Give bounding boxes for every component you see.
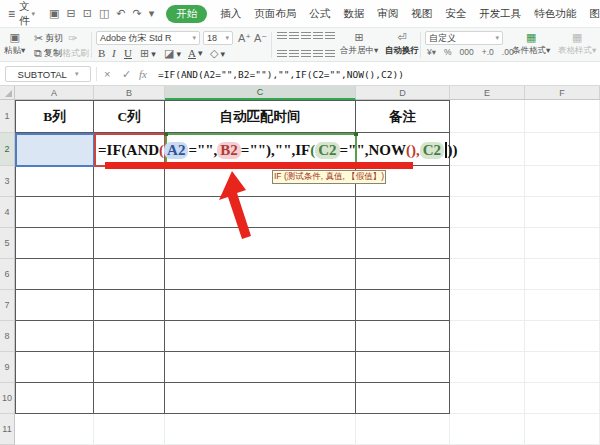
number-format-select[interactable]: 自定义 ▾ (425, 31, 503, 45)
cell-F10[interactable] (525, 383, 600, 414)
cell-F7[interactable] (525, 290, 600, 321)
cell-E4[interactable] (450, 197, 525, 228)
increase-font-size-button[interactable]: A⁺ (238, 32, 251, 45)
cell-F9[interactable] (525, 352, 600, 383)
cell-E8[interactable] (450, 321, 525, 352)
row-header-4[interactable]: 4 (0, 197, 15, 228)
cell-E11[interactable] (450, 414, 525, 445)
cut-button[interactable]: ✂ 剪切 (34, 32, 63, 45)
cell-B6[interactable] (94, 259, 165, 290)
save-icon[interactable]: ▣ (49, 7, 59, 20)
align-middle-icon[interactable] (289, 32, 299, 40)
percent-icon[interactable]: % (444, 47, 452, 57)
align-left-icon[interactable] (277, 50, 287, 58)
file-caret-icon[interactable]: ▾ (32, 10, 36, 18)
cell-B5[interactable] (94, 228, 165, 259)
row-header-11[interactable]: 11 (0, 414, 15, 445)
cell-A10[interactable] (15, 383, 94, 414)
tab-开始[interactable]: 开始 (166, 5, 207, 23)
cell-F1[interactable] (525, 100, 600, 133)
tab-图片工具[interactable]: 图片工具 (589, 7, 600, 21)
font-size-select[interactable]: 18 ▾ (203, 31, 233, 45)
borders-button[interactable]: ⊞ ▾ (140, 47, 156, 60)
cell-C11[interactable] (165, 414, 356, 445)
cell-A7[interactable] (15, 290, 94, 321)
cell-E5[interactable] (450, 228, 525, 259)
cell-E3[interactable] (450, 166, 525, 197)
tab-特色功能[interactable]: 特色功能 (534, 7, 576, 21)
column-header-C[interactable]: C (165, 86, 356, 100)
cell-B9[interactable] (94, 352, 165, 383)
file-menu[interactable]: 文件 (19, 0, 30, 28)
align-right-icon[interactable] (301, 50, 311, 58)
cancel-entry-icon[interactable]: × (104, 62, 110, 86)
column-header-F[interactable]: F (525, 86, 600, 100)
cell-E2[interactable] (450, 133, 525, 166)
cell-F5[interactable] (525, 228, 600, 259)
cell-E10[interactable] (450, 383, 525, 414)
print-preview-icon[interactable]: ◫ (99, 7, 109, 20)
tab-插入[interactable]: 插入 (220, 7, 241, 21)
cell-D7[interactable] (356, 290, 450, 321)
cell-C4[interactable] (165, 197, 356, 228)
distribute-icon[interactable] (325, 50, 335, 58)
align-bottom-icon[interactable] (301, 32, 311, 40)
cell-F2[interactable] (525, 133, 600, 166)
undo-icon[interactable]: ↶ (116, 7, 125, 20)
cell-B8[interactable] (94, 321, 165, 352)
cell-A9[interactable] (15, 352, 94, 383)
row-header-5[interactable]: 5 (0, 228, 15, 259)
cell-D5[interactable] (356, 228, 450, 259)
cell-D1[interactable]: 备注 (356, 100, 450, 133)
column-header-D[interactable]: D (356, 86, 450, 100)
wrap-text-button[interactable]: ⏎ 自动换行 (385, 31, 419, 57)
cell-B11[interactable] (94, 414, 165, 445)
print-icon[interactable]: ⊡ (83, 7, 92, 20)
paste-button[interactable]: ▣ 粘贴▾ (4, 31, 25, 57)
align-center-icon[interactable] (289, 50, 299, 58)
tab-数据[interactable]: 数据 (343, 7, 364, 21)
cell-D8[interactable] (356, 321, 450, 352)
cell-A4[interactable] (15, 197, 94, 228)
name-box[interactable]: SUBTOTAL ▾ (5, 66, 91, 82)
cell-F3[interactable] (525, 166, 600, 197)
column-header-A[interactable]: A (15, 86, 94, 100)
cell-E6[interactable] (450, 259, 525, 290)
in-cell-formula-editor[interactable]: =IF(AND(A2="", B2=""),"",IF(C2="",NOW(),… (98, 137, 458, 163)
column-header-B[interactable]: B (94, 86, 165, 100)
formula-input[interactable]: =IF(AND(A2="",B2=""),"",IF(C2="",NOW(),C… (158, 62, 404, 86)
underline-button[interactable]: U (124, 47, 132, 59)
font-color-button[interactable]: A ▾ (188, 47, 202, 59)
cell-D9[interactable] (356, 352, 450, 383)
tab-审阅[interactable]: 审阅 (377, 7, 398, 21)
cell-A5[interactable] (15, 228, 94, 259)
more-icon[interactable]: ▾ (149, 7, 155, 20)
tab-视图[interactable]: 视图 (411, 7, 432, 21)
cell-C1[interactable]: 自动匹配时间 (165, 100, 356, 133)
cell-B4[interactable] (94, 197, 165, 228)
cell-F8[interactable] (525, 321, 600, 352)
row-header-8[interactable]: 8 (0, 321, 15, 352)
cell-D10[interactable] (356, 383, 450, 414)
thousands-separator-icon[interactable]: 000 (460, 47, 474, 57)
accept-entry-icon[interactable]: ✓ (122, 62, 131, 86)
cell-E7[interactable] (450, 290, 525, 321)
tab-页面布局[interactable]: 页面布局 (254, 7, 296, 21)
row-header-10[interactable]: 10 (0, 383, 15, 414)
hamburger-icon[interactable]: ≡ (8, 7, 15, 21)
italic-button[interactable]: I (112, 47, 116, 59)
row-header-7[interactable]: 7 (0, 290, 15, 321)
insert-function-icon[interactable]: fx (139, 62, 147, 86)
cell-A1[interactable]: B列 (15, 100, 94, 133)
cell-C9[interactable] (165, 352, 356, 383)
cell-B1[interactable]: C列 (94, 100, 165, 133)
align-top-icon[interactable] (277, 32, 287, 40)
cell-F11[interactable] (525, 414, 600, 445)
increase-indent-icon[interactable] (325, 32, 335, 40)
cell-C10[interactable] (165, 383, 356, 414)
cell-B10[interactable] (94, 383, 165, 414)
cell-A8[interactable] (15, 321, 94, 352)
export-icon[interactable]: ⊟ (66, 7, 75, 20)
justify-icon[interactable] (313, 50, 323, 58)
select-all-corner[interactable] (0, 86, 15, 100)
